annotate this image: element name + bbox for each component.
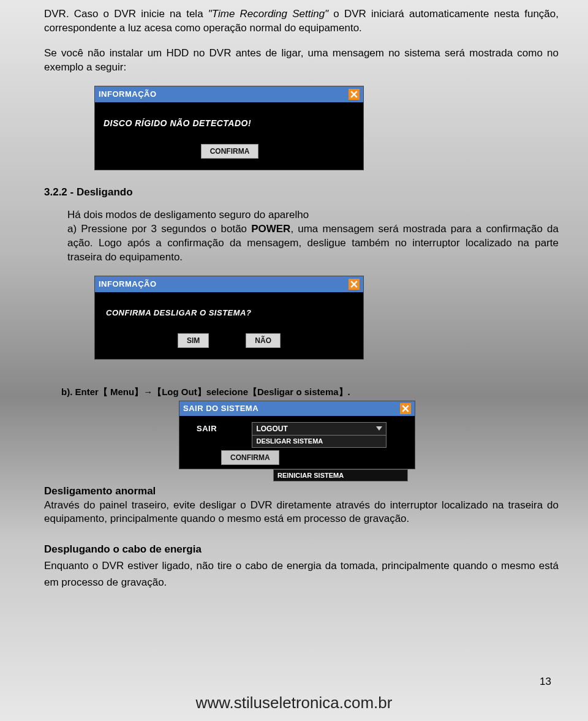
heading-322: 3.2.2 - Desligando [44, 186, 559, 198]
dialog2-message: CONFIRMA DESLIGAR O SISTEMA? [106, 308, 352, 317]
confirm-button[interactable]: CONFIRMA [201, 144, 259, 159]
dialog3-title: SAIR DO SISTEMA [183, 404, 258, 413]
dropdown-option-reiniciar[interactable]: REINICIAR SISTEMA [273, 469, 408, 481]
abnormal-body: Através do painel traseiro, evite deslig… [44, 499, 559, 527]
dialog2-titlebar: INFORMAÇÃO [95, 276, 363, 292]
yes-button[interactable]: SIM [178, 333, 209, 348]
dialog1-titlebar: INFORMAÇÃO [95, 86, 363, 102]
dialog-info-hdd: INFORMAÇÃO DISCO RÍGIDO NÃO DETECTADO! C… [94, 86, 364, 170]
dialog3-body: SAIR LOGOUT DESLIGAR SISTEMA CONFIRMA [179, 416, 415, 469]
unplug-heading: Desplugando o cabo de energia [44, 543, 559, 556]
sair-label: SAIR [197, 424, 249, 433]
intro-paragraph-1: DVR. Caso o DVR inicie na tela "Time Rec… [44, 7, 559, 36]
close-icon[interactable] [400, 403, 411, 414]
close-icon[interactable] [349, 279, 360, 290]
unplug-body: Enquanto o DVR estiver ligado, não tire … [44, 558, 559, 591]
dialog2-body: CONFIRMA DESLIGAR O SISTEMA? SIM NÃO [95, 292, 363, 359]
desligando-line2-pre: a) Pressione por 3 segundos o botão [67, 223, 251, 235]
sair-dropdown[interactable]: LOGOUT DESLIGAR SISTEMA [252, 422, 386, 448]
footer-url: www.stiluseletronica.com.br [0, 693, 588, 712]
confirm-button[interactable]: CONFIRMA [221, 450, 279, 465]
p1-prefix: DVR. Caso o DVR inicie na tela [44, 8, 208, 20]
p1-italic: "Time Recording Setting" [208, 8, 328, 20]
dropdown-option-desligar[interactable]: DESLIGAR SISTEMA [252, 436, 386, 448]
dropdown-selected: LOGOUT [256, 425, 287, 433]
step-b-text: b). Enter【 Menu】→【Log Out】selecione【Desl… [61, 387, 559, 398]
dialog1-message: DISCO RÍGIDO NÃO DETECTADO! [104, 118, 356, 128]
dialog-sair-sistema: SAIR DO SISTEMA SAIR LOGOUT [179, 401, 415, 469]
dialog-confirm-shutdown: INFORMAÇÃO CONFIRMA DESLIGAR O SISTEMA? … [94, 276, 364, 360]
desligando-line1: Há dois modos de desligamento seguro do … [67, 209, 309, 221]
power-word: POWER [251, 223, 290, 235]
abnormal-heading: Desligamento anormal [44, 485, 559, 497]
desligando-text: Há dois modos de desligamento seguro do … [67, 208, 559, 265]
dialog1-body: DISCO RÍGIDO NÃO DETECTADO! CONFIRMA [95, 102, 363, 170]
dialog1-title: INFORMAÇÃO [99, 89, 157, 99]
no-button[interactable]: NÃO [246, 333, 281, 348]
intro-paragraph-2: Se você não instalar um HDD no DVR antes… [44, 47, 559, 75]
dialog3-titlebar: SAIR DO SISTEMA [179, 401, 415, 416]
page-number: 13 [540, 676, 551, 688]
dialog2-title: INFORMAÇÃO [99, 279, 157, 289]
chevron-down-icon [376, 425, 382, 433]
close-icon[interactable] [349, 89, 360, 100]
